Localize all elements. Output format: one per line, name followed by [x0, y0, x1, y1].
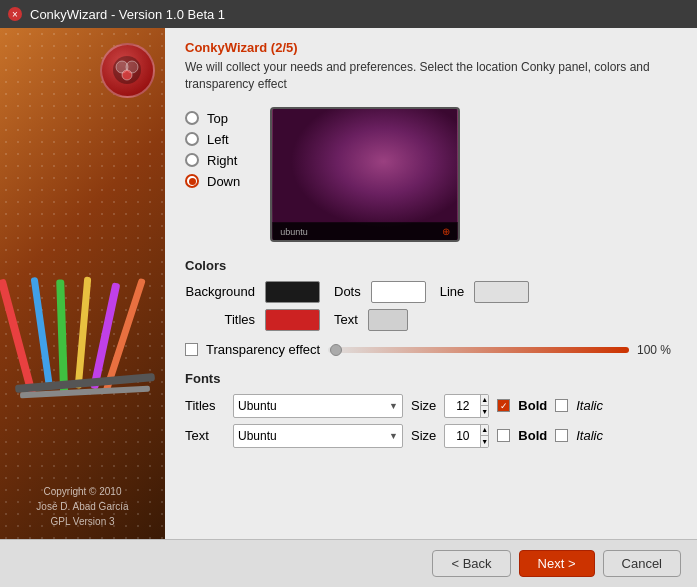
sidebar-footer: Copyright © 2010 José D. Abad García GPL…: [0, 484, 165, 529]
sidebar-background: Copyright © 2010 José D. Abad García GPL…: [0, 28, 165, 539]
sidebar: Copyright © 2010 José D. Abad García GPL…: [0, 28, 165, 539]
radio-item-top[interactable]: Top: [185, 111, 240, 126]
titles-label: Titles: [185, 312, 255, 327]
colors-row-1: Background Dots Line: [185, 281, 677, 303]
font-text-italic-label: Italic: [576, 428, 603, 443]
text-label: Text: [334, 312, 358, 327]
transparency-slider-track: [328, 347, 629, 353]
font-text-size-spinner: 10 ▲ ▼: [444, 424, 489, 448]
preview-icon: ⊕: [442, 226, 450, 237]
font-text-size-value: 10: [445, 429, 480, 443]
transparency-slider-container: [328, 341, 629, 359]
main-panel: ConkyWizard (2/5) We will collect your n…: [165, 28, 697, 539]
titles-color-swatch[interactable]: [265, 309, 320, 331]
radio-item-down[interactable]: Down: [185, 174, 240, 189]
font-titles-label: Titles: [185, 398, 225, 413]
colors-row-2: Titles Text: [185, 309, 677, 331]
logo-circle: [100, 43, 155, 98]
font-titles-size-spinner: 12 ▲ ▼: [444, 394, 489, 418]
transparency-checkbox[interactable]: [185, 343, 198, 356]
radio-down[interactable]: [185, 174, 199, 188]
radio-label-top: Top: [207, 111, 228, 126]
radio-label-left: Left: [207, 132, 229, 147]
font-text-italic-checkbox[interactable]: [555, 429, 568, 442]
next-button[interactable]: Next >: [519, 550, 595, 577]
line-label: Line: [440, 284, 465, 299]
dots-label: Dots: [334, 284, 361, 299]
location-section: Top Left Right Down: [185, 107, 677, 242]
radio-item-right[interactable]: Right: [185, 153, 240, 168]
radio-top[interactable]: [185, 111, 199, 125]
font-titles-size-arrows: ▲ ▼: [480, 395, 488, 417]
text-color-swatch[interactable]: [368, 309, 408, 331]
line-color-swatch[interactable]: [474, 281, 529, 303]
font-text-size-up[interactable]: ▲: [481, 425, 488, 437]
font-titles-select[interactable]: Ubuntu: [233, 394, 403, 418]
font-titles-select-wrapper: Ubuntu: [233, 394, 403, 418]
font-text-size-arrows: ▲ ▼: [480, 425, 488, 447]
svg-rect-4: [0, 278, 36, 396]
font-text-size-down[interactable]: ▼: [481, 436, 488, 447]
font-titles-size-value: 12: [445, 399, 480, 413]
colors-section-title: Colors: [185, 258, 677, 273]
location-radio-group: Top Left Right Down: [185, 107, 240, 242]
font-titles-bold-label: Bold: [518, 398, 547, 413]
preview-svg: [272, 109, 458, 240]
font-titles-italic-label: Italic: [576, 398, 603, 413]
back-button[interactable]: < Back: [432, 550, 510, 577]
font-titles-bold-checkbox[interactable]: ✓: [497, 399, 510, 412]
radio-label-right: Right: [207, 153, 237, 168]
transparency-value: 100 %: [637, 343, 677, 357]
content-area: Copyright © 2010 José D. Abad García GPL…: [0, 28, 697, 539]
fonts-titles-row: Titles Ubuntu Size 12 ▲ ▼ ✓ Bold: [185, 394, 677, 418]
svg-rect-6: [56, 279, 68, 394]
fonts-text-row: Text Ubuntu Size 10 ▲ ▼ Bold Ita: [185, 424, 677, 448]
main-window: × ConkyWizard - Version 1.0 Beta 1: [0, 0, 697, 587]
license-text: GPL Version 3: [0, 514, 165, 529]
background-label: Background: [185, 284, 255, 299]
sidebar-logo: [100, 43, 155, 98]
font-titles-size-down[interactable]: ▼: [481, 406, 488, 417]
transparency-slider-thumb[interactable]: [330, 344, 342, 356]
svg-rect-7: [75, 277, 92, 389]
radio-label-down: Down: [207, 174, 240, 189]
background-color-swatch[interactable]: [265, 281, 320, 303]
close-button[interactable]: ×: [8, 7, 22, 21]
font-titles-size-up[interactable]: ▲: [481, 395, 488, 407]
sidebar-pens: [0, 259, 165, 469]
font-text-select-wrapper: Ubuntu: [233, 424, 403, 448]
font-text-size-label: Size: [411, 428, 436, 443]
transparency-row: Transparency effect 100 %: [185, 341, 677, 359]
window-title: ConkyWizard - Version 1.0 Beta 1: [30, 7, 225, 22]
bottom-buttons: < Back Next > Cancel: [0, 539, 697, 587]
titlebar: × ConkyWizard - Version 1.0 Beta 1: [0, 0, 697, 28]
fonts-section-title: Fonts: [185, 371, 677, 386]
font-text-select[interactable]: Ubuntu: [233, 424, 403, 448]
font-titles-italic-checkbox[interactable]: [555, 399, 568, 412]
font-text-bold-label: Bold: [518, 428, 547, 443]
font-titles-size-label: Size: [411, 398, 436, 413]
svg-rect-8: [90, 282, 120, 389]
logo-icon: [110, 53, 145, 88]
step-title: ConkyWizard (2/5): [185, 40, 677, 55]
author-text: José D. Abad García: [0, 499, 165, 514]
svg-point-3: [122, 70, 132, 80]
font-text-bold-checkbox[interactable]: [497, 429, 510, 442]
transparency-label: Transparency effect: [206, 342, 320, 357]
svg-rect-5: [31, 277, 53, 387]
radio-left[interactable]: [185, 132, 199, 146]
cancel-button[interactable]: Cancel: [603, 550, 681, 577]
location-preview-image: ubuntu ⊕: [270, 107, 460, 242]
dots-color-swatch[interactable]: [371, 281, 426, 303]
radio-item-left[interactable]: Left: [185, 132, 240, 147]
step-description: We will collect your needs and preferenc…: [185, 59, 677, 93]
radio-right[interactable]: [185, 153, 199, 167]
font-text-label: Text: [185, 428, 225, 443]
copyright-text: Copyright © 2010: [0, 484, 165, 499]
svg-rect-12: [273, 109, 457, 240]
preview-label: ubuntu: [280, 227, 308, 237]
colors-grid: Background Dots Line Titles Text: [185, 281, 677, 331]
